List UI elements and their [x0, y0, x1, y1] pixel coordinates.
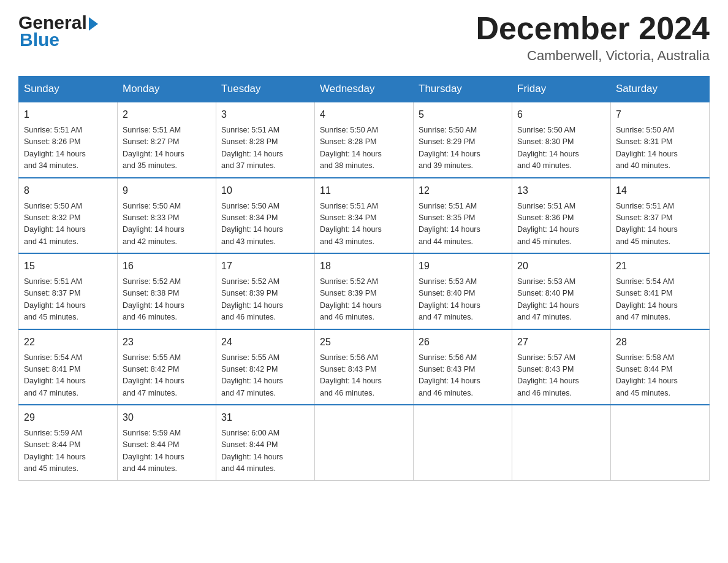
col-header-sunday: Sunday	[19, 77, 118, 102]
day-info: Sunrise: 5:51 AMSunset: 8:35 PMDaylight:…	[419, 201, 507, 248]
day-cell-22: 22Sunrise: 5:54 AMSunset: 8:41 PMDayligh…	[19, 329, 118, 405]
col-header-saturday: Saturday	[611, 77, 710, 102]
day-info: Sunrise: 5:51 AMSunset: 8:37 PMDaylight:…	[24, 276, 112, 324]
day-info: Sunrise: 5:50 AMSunset: 8:33 PMDaylight:…	[123, 201, 211, 248]
day-info: Sunrise: 5:55 AMSunset: 8:42 PMDaylight:…	[221, 352, 309, 400]
day-info: Sunrise: 5:54 AMSunset: 8:41 PMDaylight:…	[616, 276, 704, 324]
day-cell-12: 12Sunrise: 5:51 AMSunset: 8:35 PMDayligh…	[414, 178, 512, 254]
col-header-tuesday: Tuesday	[216, 77, 315, 102]
day-number: 16	[123, 259, 211, 274]
day-number: 2	[123, 107, 211, 122]
day-info: Sunrise: 5:55 AMSunset: 8:42 PMDaylight:…	[123, 352, 211, 400]
day-info: Sunrise: 5:51 AMSunset: 8:28 PMDaylight:…	[221, 124, 309, 172]
day-info: Sunrise: 5:50 AMSunset: 8:29 PMDaylight:…	[419, 124, 507, 172]
day-cell-28: 28Sunrise: 5:58 AMSunset: 8:44 PMDayligh…	[611, 329, 710, 405]
week-row-3: 15Sunrise: 5:51 AMSunset: 8:37 PMDayligh…	[19, 253, 710, 329]
day-number: 6	[517, 107, 605, 122]
day-number: 27	[517, 335, 605, 350]
logo-blue: Blue	[20, 29, 59, 50]
day-info: Sunrise: 5:53 AMSunset: 8:40 PMDaylight:…	[419, 276, 507, 324]
col-header-friday: Friday	[512, 77, 611, 102]
day-cell-19: 19Sunrise: 5:53 AMSunset: 8:40 PMDayligh…	[414, 253, 512, 329]
day-number: 31	[221, 410, 309, 425]
day-cell-11: 11Sunrise: 5:51 AMSunset: 8:34 PMDayligh…	[315, 178, 414, 254]
day-cell-2: 2Sunrise: 5:51 AMSunset: 8:27 PMDaylight…	[118, 102, 216, 178]
day-info: Sunrise: 5:53 AMSunset: 8:40 PMDaylight:…	[517, 276, 605, 324]
day-info: Sunrise: 5:52 AMSunset: 8:38 PMDaylight:…	[123, 276, 211, 324]
day-cell-7: 7Sunrise: 5:50 AMSunset: 8:31 PMDaylight…	[611, 102, 710, 178]
day-number: 30	[123, 410, 211, 425]
day-number: 18	[320, 259, 408, 274]
day-info: Sunrise: 5:56 AMSunset: 8:43 PMDaylight:…	[320, 352, 408, 400]
week-row-1: 1Sunrise: 5:51 AMSunset: 8:26 PMDaylight…	[19, 102, 710, 178]
day-cell-25: 25Sunrise: 5:56 AMSunset: 8:43 PMDayligh…	[315, 329, 414, 405]
day-info: Sunrise: 5:58 AMSunset: 8:44 PMDaylight:…	[616, 352, 704, 400]
day-cell-16: 16Sunrise: 5:52 AMSunset: 8:38 PMDayligh…	[118, 253, 216, 329]
day-cell-30: 30Sunrise: 5:59 AMSunset: 8:44 PMDayligh…	[118, 405, 216, 480]
day-info: Sunrise: 5:51 AMSunset: 8:26 PMDaylight:…	[24, 124, 112, 172]
day-cell-9: 9Sunrise: 5:50 AMSunset: 8:33 PMDaylight…	[118, 178, 216, 254]
day-info: Sunrise: 5:50 AMSunset: 8:30 PMDaylight:…	[517, 124, 605, 172]
day-cell-14: 14Sunrise: 5:51 AMSunset: 8:37 PMDayligh…	[611, 178, 710, 254]
day-number: 12	[419, 183, 507, 198]
day-cell-6: 6Sunrise: 5:50 AMSunset: 8:30 PMDaylight…	[512, 102, 611, 178]
day-info: Sunrise: 5:51 AMSunset: 8:36 PMDaylight:…	[517, 201, 605, 248]
day-number: 7	[616, 107, 704, 122]
day-info: Sunrise: 5:59 AMSunset: 8:44 PMDaylight:…	[123, 427, 211, 475]
day-info: Sunrise: 5:50 AMSunset: 8:32 PMDaylight:…	[24, 201, 112, 248]
day-cell-15: 15Sunrise: 5:51 AMSunset: 8:37 PMDayligh…	[19, 253, 118, 329]
day-cell-18: 18Sunrise: 5:52 AMSunset: 8:39 PMDayligh…	[315, 253, 414, 329]
day-info: Sunrise: 5:50 AMSunset: 8:34 PMDaylight:…	[221, 201, 309, 248]
day-info: Sunrise: 5:51 AMSunset: 8:27 PMDaylight:…	[123, 124, 211, 172]
day-number: 10	[221, 183, 309, 198]
day-info: Sunrise: 5:50 AMSunset: 8:31 PMDaylight:…	[616, 124, 704, 172]
day-cell-5: 5Sunrise: 5:50 AMSunset: 8:29 PMDaylight…	[414, 102, 512, 178]
day-cell-29: 29Sunrise: 5:59 AMSunset: 8:44 PMDayligh…	[19, 405, 118, 480]
day-number: 19	[419, 259, 507, 274]
day-cell-1: 1Sunrise: 5:51 AMSunset: 8:26 PMDaylight…	[19, 102, 118, 178]
day-info: Sunrise: 5:59 AMSunset: 8:44 PMDaylight:…	[24, 427, 112, 475]
day-number: 5	[419, 107, 507, 122]
day-cell-20: 20Sunrise: 5:53 AMSunset: 8:40 PMDayligh…	[512, 253, 611, 329]
day-number: 8	[24, 183, 112, 198]
col-header-monday: Monday	[118, 77, 216, 102]
day-number: 28	[616, 335, 704, 350]
day-number: 25	[320, 335, 408, 350]
title-section: December 2024 Camberwell, Victoria, Aust…	[476, 12, 710, 64]
day-number: 14	[616, 183, 704, 198]
day-number: 29	[24, 410, 112, 425]
day-number: 23	[123, 335, 211, 350]
day-cell-8: 8Sunrise: 5:50 AMSunset: 8:32 PMDaylight…	[19, 178, 118, 254]
day-info: Sunrise: 5:56 AMSunset: 8:43 PMDaylight:…	[419, 352, 507, 400]
day-number: 4	[320, 107, 408, 122]
col-header-wednesday: Wednesday	[315, 77, 414, 102]
day-cell-17: 17Sunrise: 5:52 AMSunset: 8:39 PMDayligh…	[216, 253, 315, 329]
day-info: Sunrise: 5:50 AMSunset: 8:28 PMDaylight:…	[320, 124, 408, 172]
calendar-table: SundayMondayTuesdayWednesdayThursdayFrid…	[18, 76, 710, 481]
day-cell-21: 21Sunrise: 5:54 AMSunset: 8:41 PMDayligh…	[611, 253, 710, 329]
day-cell-26: 26Sunrise: 5:56 AMSunset: 8:43 PMDayligh…	[414, 329, 512, 405]
day-number: 20	[517, 259, 605, 274]
day-info: Sunrise: 5:54 AMSunset: 8:41 PMDaylight:…	[24, 352, 112, 400]
week-row-2: 8Sunrise: 5:50 AMSunset: 8:32 PMDaylight…	[19, 178, 710, 254]
day-cell-3: 3Sunrise: 5:51 AMSunset: 8:28 PMDaylight…	[216, 102, 315, 178]
logo: General Blue	[18, 12, 98, 50]
day-number: 26	[419, 335, 507, 350]
day-number: 9	[123, 183, 211, 198]
day-number: 15	[24, 259, 112, 274]
day-cell-10: 10Sunrise: 5:50 AMSunset: 8:34 PMDayligh…	[216, 178, 315, 254]
day-cell-31: 31Sunrise: 6:00 AMSunset: 8:44 PMDayligh…	[216, 405, 315, 480]
day-number: 13	[517, 183, 605, 198]
day-info: Sunrise: 5:51 AMSunset: 8:37 PMDaylight:…	[616, 201, 704, 248]
header-row: SundayMondayTuesdayWednesdayThursdayFrid…	[19, 77, 710, 102]
day-info: Sunrise: 5:52 AMSunset: 8:39 PMDaylight:…	[320, 276, 408, 324]
page-header: General Blue December 2024 Camberwell, V…	[18, 12, 710, 64]
day-number: 24	[221, 335, 309, 350]
location-title: Camberwell, Victoria, Australia	[476, 48, 710, 64]
day-number: 22	[24, 335, 112, 350]
empty-cell	[414, 405, 512, 480]
week-row-4: 22Sunrise: 5:54 AMSunset: 8:41 PMDayligh…	[19, 329, 710, 405]
day-info: Sunrise: 6:00 AMSunset: 8:44 PMDaylight:…	[221, 427, 309, 475]
day-number: 17	[221, 259, 309, 274]
day-cell-4: 4Sunrise: 5:50 AMSunset: 8:28 PMDaylight…	[315, 102, 414, 178]
